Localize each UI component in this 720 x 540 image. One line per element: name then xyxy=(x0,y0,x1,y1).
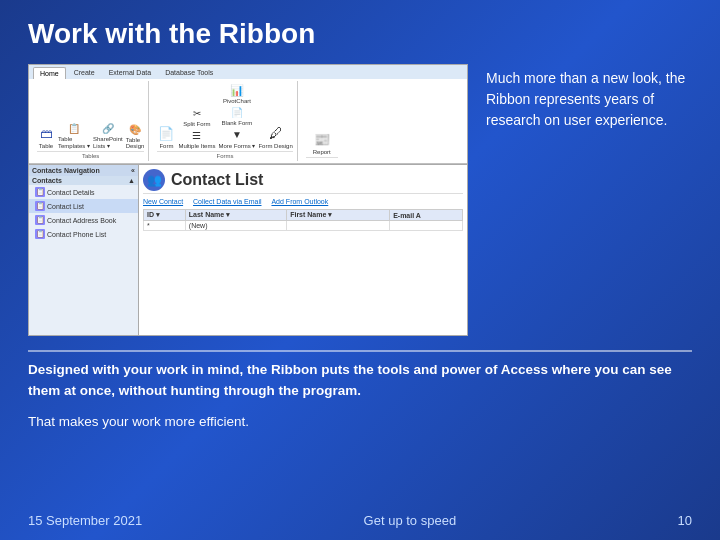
pivotchart-icon: 📊 xyxy=(230,83,244,97)
slide-title: Work with the Ribbon xyxy=(28,18,692,50)
row-first-name[interactable] xyxy=(287,221,390,231)
col-last-name: Last Name ▾ xyxy=(185,210,286,221)
info-text: Much more than a new look, the Ribbon re… xyxy=(486,64,692,131)
contact-phone-label: Contact Phone List xyxy=(47,231,106,238)
contact-list-title: Contact List xyxy=(171,171,263,189)
contact-details-icon: 📋 xyxy=(35,187,45,197)
report-label: Report xyxy=(313,149,331,155)
tab-external-data[interactable]: External Data xyxy=(103,67,157,79)
divider xyxy=(28,350,692,352)
col-first-name: First Name ▾ xyxy=(287,210,390,221)
form-design-icon: 🖊 xyxy=(267,124,285,142)
reports-group-label xyxy=(306,157,338,159)
nav-section-label: Contacts xyxy=(32,177,62,184)
table-label: Table xyxy=(39,143,53,149)
ribbon-group-tables: 🗃 Table 📋 TableTemplates ▾ 🔗 SharePointL… xyxy=(33,81,149,161)
nav-panel-collapse-icon[interactable]: « xyxy=(131,167,135,174)
contact-details-label: Contact Details xyxy=(47,189,94,196)
tab-home[interactable]: Home xyxy=(33,67,66,79)
multiple-items-label: Multiple Items xyxy=(178,143,215,149)
sharepoint-label: SharePointLists ▾ xyxy=(93,136,123,149)
nav-panel-header: Contacts Navigation « xyxy=(29,165,138,176)
ribbon-item-form[interactable]: 📄 Form xyxy=(157,124,175,149)
nav-section-arrow: ▲ xyxy=(128,177,135,184)
pivotchart-label: PivotChart xyxy=(223,98,251,104)
nav-item-contact-phone[interactable]: 📋 Contact Phone List xyxy=(29,227,138,241)
ribbon-item-table-design[interactable]: 🎨 TableDesign xyxy=(126,122,145,149)
collect-data-link[interactable]: Collect Data via Email xyxy=(193,198,261,205)
contact-address-label: Contact Address Book xyxy=(47,217,116,224)
tab-create[interactable]: Create xyxy=(68,67,101,79)
nav-panel-title: Contacts Navigation xyxy=(32,167,100,174)
contact-list-icon: 📋 xyxy=(35,201,45,211)
tables-group-label: Tables xyxy=(37,151,144,159)
table-templates-icon: 📋 xyxy=(67,121,81,135)
ribbon-item-table-templates[interactable]: 📋 TableTemplates ▾ xyxy=(58,121,90,149)
ribbon-item-pivotchart[interactable]: 📊 PivotChart xyxy=(218,83,255,104)
footer-page: 10 xyxy=(678,513,692,528)
ribbon-item-form-design[interactable]: 🖊 Form Design xyxy=(258,124,292,149)
ribbon-item-blank-form[interactable]: 📄 Blank Form xyxy=(218,105,255,126)
body-text-1-strong: Designed with your work in mind, the Rib… xyxy=(28,362,672,398)
footer-date: 15 September 2021 xyxy=(28,513,142,528)
col-email: E-mail A xyxy=(390,210,463,221)
contact-address-icon: 📋 xyxy=(35,215,45,225)
contact-list-header: 👥 Contact List xyxy=(143,169,463,194)
ribbon-item-more-forms[interactable]: ▼ More Forms ▾ xyxy=(218,127,255,149)
table-icon: 🗃 xyxy=(37,124,55,142)
table-row-new: * (New) xyxy=(144,221,463,231)
ribbon-item-table[interactable]: 🗃 Table xyxy=(37,124,55,149)
table-templates-label: TableTemplates ▾ xyxy=(58,136,90,149)
screenshot-box: Home Create External Data Database Tools… xyxy=(28,64,468,336)
ribbon-item-multiple-items[interactable]: ☰ Multiple Items xyxy=(178,128,215,149)
body-text-2-content: That makes your work more efficient. xyxy=(28,414,249,429)
table-design-icon: 🎨 xyxy=(128,122,142,136)
ribbon-group-forms: 📄 Form ✂ Split Form ☰ Multiple xyxy=(153,81,297,161)
split-form-icon: ✂ xyxy=(190,106,204,120)
ribbon-content: 🗃 Table 📋 TableTemplates ▾ 🔗 SharePointL… xyxy=(29,79,467,164)
nav-item-contact-address[interactable]: 📋 Contact Address Book xyxy=(29,213,138,227)
report-icon: 📰 xyxy=(313,130,331,148)
more-forms-icon: ▼ xyxy=(230,127,244,141)
row-id[interactable]: * xyxy=(144,221,186,231)
nav-item-contact-details[interactable]: 📋 Contact Details xyxy=(29,185,138,199)
main-content: 👥 Contact List New Contact Collect Data … xyxy=(139,165,467,335)
new-contact-link[interactable]: New Contact xyxy=(143,198,183,205)
ribbon-item-split-form[interactable]: ✂ Split Form xyxy=(178,106,215,127)
ribbon-item-sharepoint[interactable]: 🔗 SharePointLists ▾ xyxy=(93,121,123,149)
nav-item-contact-list[interactable]: 📋 Contact List xyxy=(29,199,138,213)
contact-table: ID ▾ Last Name ▾ First Name ▾ E-mail A *… xyxy=(143,209,463,231)
ribbon-tabs: Home Create External Data Database Tools xyxy=(29,65,467,79)
ribbon-tables-items: 🗃 Table 📋 TableTemplates ▾ 🔗 SharePointL… xyxy=(37,83,144,149)
more-forms-stack: 📊 PivotChart 📄 Blank Form ▼ More Forms ▾ xyxy=(218,83,255,149)
action-separator-2 xyxy=(266,198,268,205)
body-text-1: Designed with your work in mind, the Rib… xyxy=(28,360,692,402)
multiple-items-icon: ☰ xyxy=(190,128,204,142)
col-id: ID ▾ xyxy=(144,210,186,221)
blank-form-label: Blank Form xyxy=(222,120,253,126)
slide: Work with the Ribbon Home Create Externa… xyxy=(0,0,720,540)
contact-list-label: Contact List xyxy=(47,203,84,210)
ribbon: Home Create External Data Database Tools… xyxy=(29,65,467,165)
row-email[interactable] xyxy=(390,221,463,231)
sharepoint-icon: 🔗 xyxy=(101,121,115,135)
nav-section-contacts[interactable]: Contacts ▲ xyxy=(29,176,138,185)
table-design-label: TableDesign xyxy=(126,137,145,149)
row-last-name[interactable]: (New) xyxy=(185,221,286,231)
form-stack: ✂ Split Form ☰ Multiple Items xyxy=(178,106,215,149)
blank-form-icon: 📄 xyxy=(230,105,244,119)
footer-center: Get up to speed xyxy=(364,513,457,528)
body-text-2: That makes your work more efficient. xyxy=(28,412,692,433)
form-label: Form xyxy=(159,143,173,149)
content-area: Home Create External Data Database Tools… xyxy=(28,64,692,336)
add-from-outlook-link[interactable]: Add From Outlook xyxy=(271,198,328,205)
action-separator-1 xyxy=(187,198,189,205)
nav-panel: Contacts Navigation « Contacts ▲ 📋 Conta… xyxy=(29,165,139,335)
contact-list-header-icon: 👥 xyxy=(143,169,165,191)
form-design-label: Form Design xyxy=(258,143,292,149)
ribbon-item-report[interactable]: 📰 Report xyxy=(313,130,331,155)
ribbon-reports-items: 📰 Report xyxy=(313,83,331,155)
tab-database-tools[interactable]: Database Tools xyxy=(159,67,219,79)
contact-phone-icon: 📋 xyxy=(35,229,45,239)
more-forms-label: More Forms ▾ xyxy=(218,142,255,149)
